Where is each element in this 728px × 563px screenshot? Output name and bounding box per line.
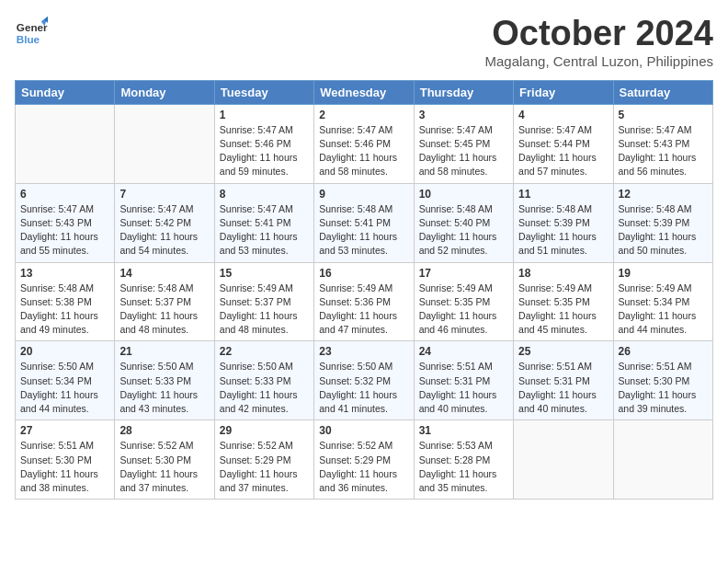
day-number: 21 [119, 345, 209, 358]
day-number: 19 [619, 267, 708, 280]
day-number: 31 [419, 424, 508, 437]
page-header: General Blue October 2024 Magalang, Cent… [15, 15, 713, 69]
calendar-cell: 3Sunrise: 5:47 AMSunset: 5:45 PMDaylight… [414, 104, 513, 183]
day-info: Sunrise: 5:48 AMSunset: 5:39 PMDaylight:… [619, 202, 708, 259]
calendar-cell: 22Sunrise: 5:50 AMSunset: 5:33 PMDayligh… [214, 341, 313, 420]
day-number: 14 [119, 267, 209, 280]
calendar-cell: 29Sunrise: 5:52 AMSunset: 5:29 PMDayligh… [214, 420, 313, 500]
column-header-monday: Monday [115, 80, 214, 104]
calendar-cell [115, 104, 214, 183]
calendar-week-row: 6Sunrise: 5:47 AMSunset: 5:43 PMDaylight… [16, 183, 713, 262]
calendar-cell: 17Sunrise: 5:49 AMSunset: 5:35 PMDayligh… [414, 262, 513, 341]
calendar-table: SundayMondayTuesdayWednesdayThursdayFrid… [15, 80, 713, 500]
day-info: Sunrise: 5:48 AMSunset: 5:41 PMDaylight:… [319, 202, 408, 259]
svg-text:Blue: Blue [17, 33, 40, 45]
day-number: 16 [319, 267, 408, 280]
day-number: 25 [518, 345, 608, 358]
calendar-cell: 31Sunrise: 5:53 AMSunset: 5:28 PMDayligh… [414, 420, 513, 500]
calendar-cell: 6Sunrise: 5:47 AMSunset: 5:43 PMDaylight… [16, 183, 115, 262]
calendar-cell: 23Sunrise: 5:50 AMSunset: 5:32 PMDayligh… [314, 341, 414, 420]
calendar-header-row: SundayMondayTuesdayWednesdayThursdayFrid… [16, 80, 713, 104]
calendar-week-row: 1Sunrise: 5:47 AMSunset: 5:46 PMDaylight… [16, 104, 713, 183]
day-info: Sunrise: 5:50 AMSunset: 5:33 PMDaylight:… [220, 360, 309, 416]
day-info: Sunrise: 5:48 AMSunset: 5:37 PMDaylight:… [119, 282, 209, 338]
calendar-cell: 14Sunrise: 5:48 AMSunset: 5:37 PMDayligh… [115, 262, 214, 341]
column-header-saturday: Saturday [613, 80, 712, 104]
day-number: 2 [319, 109, 408, 121]
day-number: 15 [220, 267, 309, 280]
day-info: Sunrise: 5:47 AMSunset: 5:45 PMDaylight:… [419, 123, 508, 179]
day-info: Sunrise: 5:51 AMSunset: 5:31 PMDaylight:… [518, 360, 608, 416]
day-info: Sunrise: 5:50 AMSunset: 5:32 PMDaylight:… [319, 360, 408, 416]
calendar-week-row: 20Sunrise: 5:50 AMSunset: 5:34 PMDayligh… [16, 341, 713, 420]
calendar-week-row: 27Sunrise: 5:51 AMSunset: 5:30 PMDayligh… [16, 420, 713, 500]
day-number: 6 [20, 188, 109, 201]
day-info: Sunrise: 5:48 AMSunset: 5:38 PMDaylight:… [20, 282, 109, 338]
day-info: Sunrise: 5:47 AMSunset: 5:42 PMDaylight:… [119, 202, 209, 259]
day-number: 27 [20, 424, 109, 437]
day-info: Sunrise: 5:49 AMSunset: 5:36 PMDaylight:… [319, 282, 408, 338]
day-number: 30 [319, 424, 408, 437]
day-number: 28 [119, 424, 209, 437]
day-number: 17 [419, 267, 508, 280]
day-info: Sunrise: 5:49 AMSunset: 5:35 PMDaylight:… [419, 282, 508, 338]
calendar-cell: 2Sunrise: 5:47 AMSunset: 5:46 PMDaylight… [314, 104, 414, 183]
column-header-wednesday: Wednesday [314, 80, 414, 104]
logo: General Blue [15, 15, 48, 48]
day-info: Sunrise: 5:47 AMSunset: 5:46 PMDaylight:… [220, 123, 309, 179]
day-info: Sunrise: 5:49 AMSunset: 5:34 PMDaylight:… [619, 282, 708, 338]
day-info: Sunrise: 5:47 AMSunset: 5:43 PMDaylight:… [20, 202, 109, 259]
day-number: 22 [220, 345, 309, 358]
day-info: Sunrise: 5:48 AMSunset: 5:39 PMDaylight:… [518, 202, 608, 259]
day-number: 11 [518, 188, 608, 201]
title-block: October 2024 Magalang, Central Luzon, Ph… [485, 15, 714, 69]
day-info: Sunrise: 5:50 AMSunset: 5:34 PMDaylight:… [20, 360, 109, 416]
calendar-cell: 30Sunrise: 5:52 AMSunset: 5:29 PMDayligh… [314, 420, 414, 500]
calendar-cell: 11Sunrise: 5:48 AMSunset: 5:39 PMDayligh… [514, 183, 613, 262]
calendar-cell: 16Sunrise: 5:49 AMSunset: 5:36 PMDayligh… [314, 262, 414, 341]
calendar-cell: 15Sunrise: 5:49 AMSunset: 5:37 PMDayligh… [214, 262, 313, 341]
day-info: Sunrise: 5:52 AMSunset: 5:30 PMDaylight:… [119, 439, 209, 495]
calendar-cell: 12Sunrise: 5:48 AMSunset: 5:39 PMDayligh… [613, 183, 712, 262]
calendar-cell: 18Sunrise: 5:49 AMSunset: 5:35 PMDayligh… [514, 262, 613, 341]
day-number: 8 [220, 188, 309, 201]
day-info: Sunrise: 5:47 AMSunset: 5:44 PMDaylight:… [518, 123, 608, 179]
calendar-cell: 7Sunrise: 5:47 AMSunset: 5:42 PMDaylight… [115, 183, 214, 262]
day-number: 9 [319, 188, 408, 201]
day-info: Sunrise: 5:50 AMSunset: 5:33 PMDaylight:… [119, 360, 209, 416]
calendar-week-row: 13Sunrise: 5:48 AMSunset: 5:38 PMDayligh… [16, 262, 713, 341]
calendar-cell [514, 420, 613, 500]
day-number: 12 [619, 188, 708, 201]
calendar-cell: 26Sunrise: 5:51 AMSunset: 5:30 PMDayligh… [613, 341, 712, 420]
day-number: 4 [518, 109, 608, 121]
day-info: Sunrise: 5:52 AMSunset: 5:29 PMDaylight:… [319, 439, 408, 495]
calendar-cell: 13Sunrise: 5:48 AMSunset: 5:38 PMDayligh… [16, 262, 115, 341]
day-number: 5 [619, 109, 708, 121]
column-header-tuesday: Tuesday [214, 80, 313, 104]
day-info: Sunrise: 5:51 AMSunset: 5:30 PMDaylight:… [20, 439, 109, 495]
day-info: Sunrise: 5:52 AMSunset: 5:29 PMDaylight:… [220, 439, 309, 495]
day-number: 3 [419, 109, 508, 121]
calendar-cell: 20Sunrise: 5:50 AMSunset: 5:34 PMDayligh… [16, 341, 115, 420]
column-header-friday: Friday [514, 80, 613, 104]
column-header-thursday: Thursday [414, 80, 513, 104]
day-info: Sunrise: 5:49 AMSunset: 5:35 PMDaylight:… [518, 282, 608, 338]
column-header-sunday: Sunday [16, 80, 115, 104]
calendar-cell [16, 104, 115, 183]
calendar-cell: 10Sunrise: 5:48 AMSunset: 5:40 PMDayligh… [414, 183, 513, 262]
calendar-cell [613, 420, 712, 500]
day-number: 18 [518, 267, 608, 280]
day-number: 7 [119, 188, 209, 201]
day-number: 20 [20, 345, 109, 358]
day-info: Sunrise: 5:47 AMSunset: 5:41 PMDaylight:… [220, 202, 309, 259]
day-info: Sunrise: 5:53 AMSunset: 5:28 PMDaylight:… [419, 439, 508, 495]
calendar-cell: 27Sunrise: 5:51 AMSunset: 5:30 PMDayligh… [16, 420, 115, 500]
day-info: Sunrise: 5:51 AMSunset: 5:31 PMDaylight:… [419, 360, 508, 416]
day-number: 10 [419, 188, 508, 201]
day-number: 29 [220, 424, 309, 437]
day-info: Sunrise: 5:47 AMSunset: 5:46 PMDaylight:… [319, 123, 408, 179]
day-info: Sunrise: 5:47 AMSunset: 5:43 PMDaylight:… [619, 123, 708, 179]
calendar-cell: 1Sunrise: 5:47 AMSunset: 5:46 PMDaylight… [214, 104, 313, 183]
calendar-cell: 5Sunrise: 5:47 AMSunset: 5:43 PMDaylight… [613, 104, 712, 183]
calendar-cell: 19Sunrise: 5:49 AMSunset: 5:34 PMDayligh… [613, 262, 712, 341]
